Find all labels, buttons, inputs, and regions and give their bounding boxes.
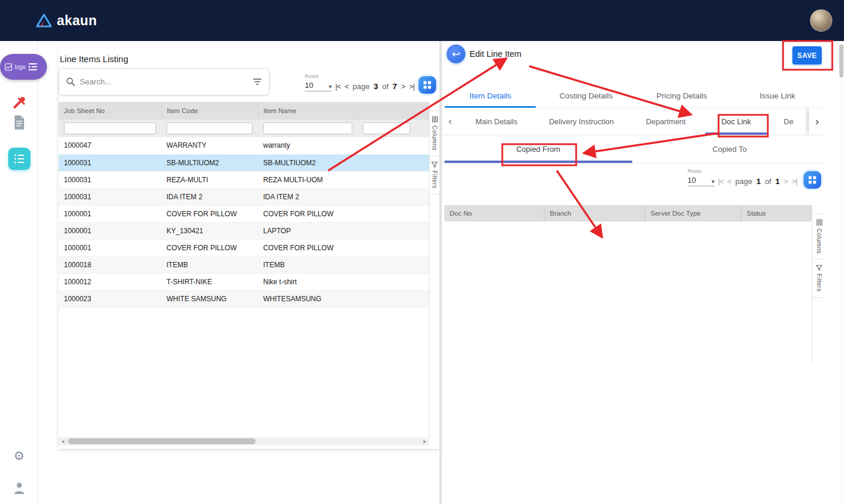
table-cell: REZA-MULTI xyxy=(161,171,258,188)
table-row[interactable]: 1000001COVER FOR PILLOWCOVER FOR PILLOW xyxy=(59,205,429,222)
workspace-pill[interactable]: logo xyxy=(0,54,47,80)
tab-issue-link[interactable]: Issue Link xyxy=(730,84,825,107)
column-header[interactable]: Branch xyxy=(544,205,645,222)
search-box[interactable] xyxy=(59,68,270,96)
table-row[interactable]: 1000047WARRANTYwarranty xyxy=(59,137,429,154)
table-cell xyxy=(358,256,429,273)
panel-splitter[interactable] xyxy=(440,41,442,504)
filter-input-item-name[interactable] xyxy=(263,122,352,134)
edit-line-item-panel: ↩ Edit Line Item SAVE Item Details Costi… xyxy=(443,41,844,504)
table-row[interactable]: 1000001COVER FOR PILLOWCOVER FOR PILLOW xyxy=(59,239,429,256)
top-navbar: akaun xyxy=(0,0,844,41)
profile-icon[interactable] xyxy=(0,482,38,495)
table-cell xyxy=(358,188,429,205)
grid-view-button[interactable] xyxy=(801,169,823,191)
column-header[interactable]: Server Doc Type xyxy=(645,205,741,222)
tab-copied-to[interactable]: Copied To xyxy=(634,135,826,163)
search-icon xyxy=(66,77,75,86)
table-cell: COVER FOR PILLOW xyxy=(161,205,258,222)
horizontal-scrollbar[interactable]: ◄ ► xyxy=(59,437,429,445)
tools-icon[interactable] xyxy=(0,95,38,110)
tab-item-details[interactable]: Item Details xyxy=(443,84,538,107)
brand-triangle-icon xyxy=(36,13,52,28)
subtab-delivery-instruction[interactable]: Delivery Instruction xyxy=(535,108,628,135)
table-cell: ITEMB xyxy=(161,256,258,273)
filter-funnel-icon xyxy=(816,265,822,271)
filter-input-extra[interactable] xyxy=(363,122,410,134)
table-cell: SB-MULTIUOM2 xyxy=(258,154,358,171)
document-icon[interactable] xyxy=(0,115,38,130)
table-cell: COVER FOR PILLOW xyxy=(258,205,358,222)
user-avatar[interactable] xyxy=(810,9,832,32)
brand-name: akaun xyxy=(57,13,97,29)
scrollbar-thumb[interactable] xyxy=(839,45,843,77)
subtabs-scroll-right-icon[interactable]: › xyxy=(809,108,825,135)
table-cell: COVER FOR PILLOW xyxy=(161,239,258,256)
prev-page-button[interactable]: < xyxy=(345,82,349,91)
scrollbar-thumb[interactable] xyxy=(68,438,256,444)
scroll-left-arrow-icon[interactable]: ◄ xyxy=(59,439,67,444)
table-cell: 1000031 xyxy=(59,171,161,188)
settings-gear-icon[interactable]: ⚙ xyxy=(0,449,38,463)
subtab-department[interactable]: Department xyxy=(628,108,704,135)
table-cell: IDA ITEM 2 xyxy=(161,188,258,205)
column-header[interactable] xyxy=(358,102,429,120)
table-cell xyxy=(358,222,429,239)
tab-costing-details[interactable]: Costing Details xyxy=(538,84,634,107)
rows-per-page-select[interactable]: Rows 10 ▾ xyxy=(688,168,714,186)
last-page-button[interactable]: >| xyxy=(409,82,414,91)
search-input[interactable] xyxy=(80,77,248,86)
scroll-right-arrow-icon[interactable]: ► xyxy=(421,439,429,444)
save-button[interactable]: SAVE xyxy=(792,46,822,64)
line-items-module-button[interactable] xyxy=(8,148,30,170)
table-row[interactable]: 1000031REZA-MULTIREZA MULTI-UOM xyxy=(59,171,429,188)
first-page-button[interactable]: |< xyxy=(718,177,723,186)
columns-toggle[interactable]: Columns xyxy=(430,110,440,156)
table-row[interactable]: 1000018ITEMBITEMB xyxy=(59,256,429,273)
tab-copied-from[interactable]: Copied From xyxy=(443,135,634,163)
next-page-button[interactable]: > xyxy=(401,82,405,91)
subtabs-scroll-left-icon[interactable]: ‹ xyxy=(443,108,458,135)
caret-down-icon: ▾ xyxy=(712,178,714,185)
table-row[interactable]: 1000031SB-MULTIUOM2SB-MULTIUOM2 xyxy=(59,154,429,171)
column-header[interactable]: Status xyxy=(741,205,812,222)
page-scrollbar[interactable] xyxy=(839,41,843,504)
left-rail: logo xyxy=(0,41,38,504)
column-header[interactable]: Job Sheet No xyxy=(59,102,161,120)
tab-pricing-details[interactable]: Pricing Details xyxy=(634,84,730,107)
copy-tabs: Copied From Copied To xyxy=(443,135,825,164)
filter-input-job-sheet-no[interactable] xyxy=(64,122,156,134)
table-cell xyxy=(358,205,429,222)
table-cell: REZA MULTI-UOM xyxy=(258,171,358,188)
filter-input-item-code[interactable] xyxy=(166,122,253,134)
subtab-main-details[interactable]: Main Details xyxy=(458,108,535,135)
first-page-button[interactable]: |< xyxy=(335,82,341,91)
table-cell: 1000031 xyxy=(59,188,161,205)
table-row[interactable]: 1000001KY_130421LAPTOP xyxy=(59,222,429,239)
grid-view-button[interactable] xyxy=(416,74,438,96)
column-header[interactable]: Item Name xyxy=(258,102,358,120)
current-page-number: 1 xyxy=(756,177,761,186)
table-row[interactable]: 1000023WHITE SAMSUNGWHITESAMSUNG xyxy=(59,290,429,307)
filters-toggle[interactable]: Filters xyxy=(430,156,440,195)
table-cell: 1000001 xyxy=(59,239,161,256)
table-row[interactable]: 1000031IDA ITEM 2IDA ITEM 2 xyxy=(59,188,429,205)
rows-per-page-select[interactable]: Rows 10 ▾ xyxy=(305,73,332,91)
filter-sort-icon[interactable] xyxy=(253,78,262,86)
back-button[interactable]: ↩ xyxy=(447,45,465,63)
table-cell xyxy=(358,290,429,307)
prev-page-button[interactable]: < xyxy=(727,177,731,186)
table-cell xyxy=(358,273,429,290)
table-row[interactable]: 1000012T-SHIRT-NIKENike t-shirt xyxy=(59,273,429,290)
back-arrow-icon: ↩ xyxy=(452,48,460,60)
column-header[interactable]: Item Code xyxy=(161,102,258,120)
brand-logo[interactable]: akaun xyxy=(36,13,97,29)
filters-toggle[interactable]: Filters xyxy=(812,260,826,298)
table-cell xyxy=(358,154,429,171)
subtab-doc-link[interactable]: Doc Link xyxy=(704,108,768,135)
columns-toggle[interactable]: Columns xyxy=(812,213,826,260)
column-header[interactable]: Doc No xyxy=(444,205,544,222)
next-page-button[interactable]: > xyxy=(784,177,788,186)
columns-icon xyxy=(432,116,438,122)
last-page-button[interactable]: >| xyxy=(792,177,797,186)
